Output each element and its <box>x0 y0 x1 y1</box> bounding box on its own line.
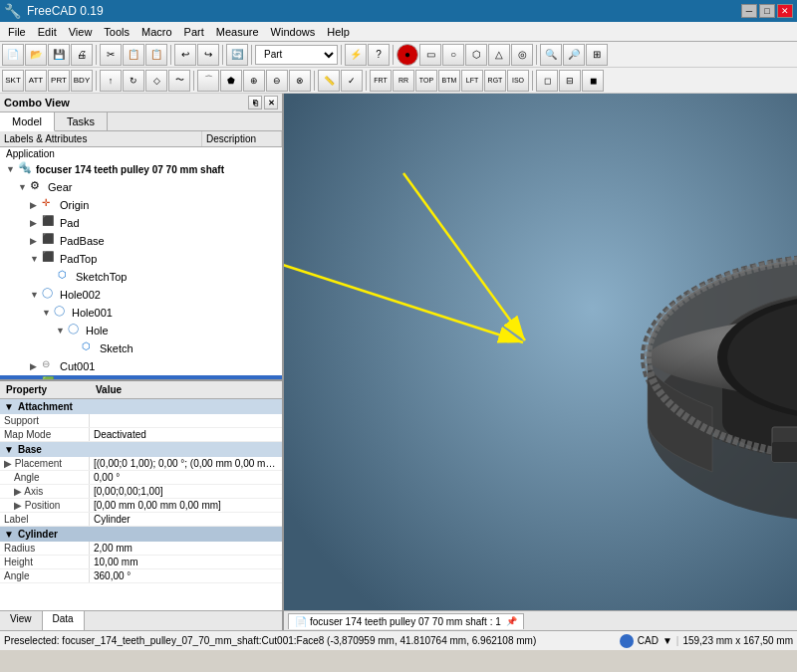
sketch-btn[interactable]: SKT <box>2 70 24 92</box>
redo-button[interactable]: ↪ <box>197 44 219 66</box>
3d-viewport[interactable]: TOP X Y Z <box>284 94 797 630</box>
menu-help[interactable]: Help <box>321 24 356 40</box>
view-cylinder-button[interactable]: ⬡ <box>465 44 487 66</box>
tree-padtop-row[interactable]: ▼ ⬛ PadTop <box>0 250 282 268</box>
minimize-button[interactable]: ─ <box>741 4 757 18</box>
bool-btn[interactable]: ⊕ <box>243 70 265 92</box>
zoom-fit-button[interactable]: ⊞ <box>586 44 608 66</box>
view-home-button[interactable]: ● <box>397 44 418 66</box>
zoom-out-button[interactable]: 🔎 <box>563 44 585 66</box>
view-iso-btn[interactable]: ISO <box>507 70 529 92</box>
cad-dropdown-arrow[interactable]: ▼ <box>663 635 672 646</box>
prop-axis-val: [0,00;0,00;1,00] <box>90 485 282 498</box>
extrude-btn[interactable]: ↑ <box>100 70 122 92</box>
loft-btn[interactable]: ◇ <box>145 70 167 92</box>
file-tab-main[interactable]: 📄 focuser 174 teeth pulley 07 70 mm shaf… <box>288 613 524 629</box>
undo-button[interactable]: ↩ <box>174 44 196 66</box>
tree-origin-row[interactable]: ▶ ✛ Origin <box>0 196 282 214</box>
measure-btn[interactable]: 📏 <box>318 70 340 92</box>
revolve-btn[interactable]: ↻ <box>123 70 144 92</box>
view-rear-btn[interactable]: RR <box>393 70 414 92</box>
view-cone-button[interactable]: △ <box>488 44 510 66</box>
save-button[interactable]: 💾 <box>48 44 70 66</box>
close-button[interactable]: ✕ <box>777 4 793 18</box>
tab-data[interactable]: Data <box>43 611 85 630</box>
menu-windows[interactable]: Windows <box>265 24 322 40</box>
zoom-in-button[interactable]: 🔍 <box>540 44 562 66</box>
sep5 <box>341 45 342 65</box>
titlebar: 🔧 FreeCAD 0.19 ─ □ ✕ <box>0 0 797 22</box>
prop-placement: ▶ Placement [(0,00;0 1,00); 0,00 °; (0,0… <box>0 457 282 471</box>
tree-sketchtop-row[interactable]: ⬡ SketchTop <box>0 268 282 286</box>
view-bottom-btn[interactable]: BTM <box>438 70 460 92</box>
menu-edit[interactable]: Edit <box>32 24 63 40</box>
copy-button[interactable]: 📋 <box>123 44 144 66</box>
toolbar-main: 📄 📂 💾 🖨 ✂ 📋 📋 ↩ ↪ 🔄 Part Part Design Ske… <box>0 42 797 68</box>
tree-app-row[interactable]: Application <box>0 147 282 160</box>
file-tab-pin: 📌 <box>506 616 517 626</box>
sweep-btn[interactable]: 〜 <box>168 70 190 92</box>
file-icon: 📄 <box>295 616 307 627</box>
macro-button[interactable]: ⚡ <box>345 44 367 66</box>
view-box-button[interactable]: ▭ <box>419 44 441 66</box>
tree-pad-row[interactable]: ▶ ⬛ Pad <box>0 214 282 232</box>
open-button[interactable]: 📂 <box>25 44 47 66</box>
view-torus-button[interactable]: ◎ <box>511 44 533 66</box>
tree-hole-row[interactable]: ▼ ◯ Hole <box>0 322 282 339</box>
view-right-btn[interactable]: RGT <box>484 70 506 92</box>
sep10 <box>314 71 315 91</box>
shaded-btn[interactable]: ◼ <box>582 70 604 92</box>
section-cylinder: ▼ Cylinder <box>0 527 282 542</box>
help-button[interactable]: ? <box>368 44 390 66</box>
prop-position: ▶ Position [0,00 mm 0,00 mm 0,00 mm] <box>0 499 282 513</box>
body-btn[interactable]: BDY <box>71 70 93 92</box>
tree-hole001-row[interactable]: ▼ ◯ Hole001 <box>0 304 282 322</box>
menu-tools[interactable]: Tools <box>98 24 135 40</box>
menu-part[interactable]: Part <box>178 24 210 40</box>
tree-focuser-row[interactable]: ▼ 🔩 focuser 174 teeth pulley 07 70 mm sh… <box>0 160 282 178</box>
draw-style-btn[interactable]: ◻ <box>536 70 558 92</box>
menu-measure[interactable]: Measure <box>210 24 265 40</box>
tab-view[interactable]: View <box>0 611 43 630</box>
prop-height: Height 10,00 mm <box>0 556 282 569</box>
prop-mapmode: Map Mode Deactivated <box>0 428 282 442</box>
wireframe-btn[interactable]: ⊟ <box>559 70 581 92</box>
tree-gear-row[interactable]: ▼ ⚙ Gear <box>0 178 282 196</box>
tree-sketch-row[interactable]: ⬡ Sketch <box>0 339 282 357</box>
tab-tasks[interactable]: Tasks <box>55 112 108 130</box>
new-button[interactable]: 📄 <box>2 44 24 66</box>
tree-hole002-row[interactable]: ▼ ◯ Hole002 <box>0 286 282 304</box>
common-btn[interactable]: ⊗ <box>289 70 311 92</box>
maximize-button[interactable]: □ <box>759 4 775 18</box>
sep11 <box>366 71 367 91</box>
paste-button[interactable]: 📋 <box>145 44 167 66</box>
3d-view-canvas: TOP X Y Z <box>284 94 797 630</box>
attach-btn[interactable]: ATT <box>25 70 47 92</box>
tree-padbase-row[interactable]: ▶ ⬛ PadBase <box>0 232 282 250</box>
tree-cut001-row[interactable]: ▶ ⊖ Cut001 <box>0 357 282 375</box>
toolbar-part: SKT ATT PRT BDY ↑ ↻ ◇ 〜 ⌒ ⬟ ⊕ ⊖ ⊗ 📏 ✓ FR… <box>0 68 797 94</box>
check-btn[interactable]: ✓ <box>341 70 363 92</box>
prop-mapmode-key: Map Mode <box>0 428 90 441</box>
view-sphere-button[interactable]: ○ <box>442 44 464 66</box>
part-btn[interactable]: PRT <box>48 70 70 92</box>
sep2 <box>170 45 171 65</box>
menu-view[interactable]: View <box>63 24 99 40</box>
view-front-btn[interactable]: FRT <box>370 70 392 92</box>
prop-label-val: Cylinder <box>90 513 282 526</box>
tree-area[interactable]: Labels & Attributes Description Applicat… <box>0 131 282 381</box>
print-button[interactable]: 🖨 <box>71 44 93 66</box>
fillet-btn[interactable]: ⌒ <box>197 70 219 92</box>
cut-button[interactable]: ✂ <box>100 44 122 66</box>
menu-macro[interactable]: Macro <box>135 24 178 40</box>
view-top-btn[interactable]: TOP <box>415 70 437 92</box>
panel-close-btn[interactable]: ✕ <box>264 96 278 110</box>
refresh-button[interactable]: 🔄 <box>226 44 248 66</box>
chamfer-btn[interactable]: ⬟ <box>220 70 242 92</box>
view-left-btn[interactable]: LFT <box>461 70 483 92</box>
menu-file[interactable]: File <box>2 24 32 40</box>
cut-btn[interactable]: ⊖ <box>266 70 288 92</box>
tab-model[interactable]: Model <box>0 112 55 131</box>
panel-float-btn[interactable]: ⎗ <box>248 96 262 110</box>
workbench-selector[interactable]: Part Part Design Sketcher <box>255 45 338 65</box>
